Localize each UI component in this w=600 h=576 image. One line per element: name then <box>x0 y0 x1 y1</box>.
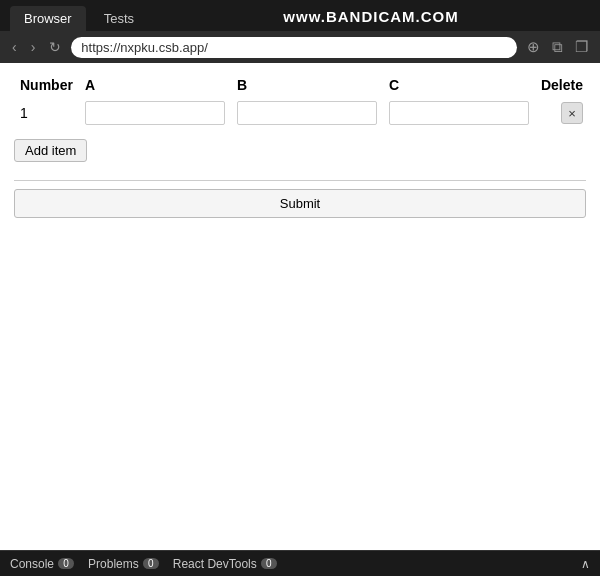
bottom-tab-problems[interactable]: Problems 0 <box>88 555 173 573</box>
console-badge: 0 <box>58 558 74 569</box>
address-input[interactable] <box>71 37 517 58</box>
page-content: Number A B C Delete 1 × <box>0 63 600 550</box>
submit-button[interactable]: Submit <box>14 189 586 218</box>
row-c-input[interactable] <box>389 101 529 125</box>
row-delete-cell: × <box>535 97 589 129</box>
col-b: B <box>231 73 383 97</box>
row-b-input[interactable] <box>237 101 377 125</box>
table-header-row: Number A B C Delete <box>14 73 589 97</box>
extensions-button[interactable]: ⊕ <box>523 36 544 58</box>
row-c-cell <box>383 97 535 129</box>
row-a-input[interactable] <box>85 101 225 125</box>
back-button[interactable]: ‹ <box>8 37 21 57</box>
forward-button[interactable]: › <box>27 37 40 57</box>
devtools-label: React DevTools <box>173 557 257 571</box>
collapse-button[interactable]: ∧ <box>581 557 590 571</box>
bottom-tab-devtools[interactable]: React DevTools 0 <box>173 555 291 573</box>
delete-row-button[interactable]: × <box>561 102 583 124</box>
tab-bar: Browser Tests www.BANDICAM.COM <box>0 0 600 31</box>
tab-browser[interactable]: Browser <box>10 6 86 31</box>
col-c: C <box>383 73 535 97</box>
col-delete: Delete <box>535 73 589 97</box>
devtools-badge: 0 <box>261 558 277 569</box>
refresh-button[interactable]: ↻ <box>45 37 65 57</box>
bottom-tab-console[interactable]: Console 0 <box>10 555 88 573</box>
problems-label: Problems <box>88 557 139 571</box>
problems-badge: 0 <box>143 558 159 569</box>
col-number: Number <box>14 73 79 97</box>
browser-actions: ⊕ ⧉ ❐ <box>523 36 592 58</box>
address-bar-row: ‹ › ↻ ⊕ ⧉ ❐ <box>0 31 600 63</box>
screenshot-button[interactable]: ⧉ <box>548 36 567 58</box>
bottom-bar: Console 0 Problems 0 React DevTools 0 ∧ <box>0 550 600 576</box>
divider <box>14 180 586 181</box>
row-b-cell <box>231 97 383 129</box>
data-table: Number A B C Delete 1 × <box>14 73 589 129</box>
tab-tests[interactable]: Tests <box>90 6 148 31</box>
table-row: 1 × <box>14 97 589 129</box>
fullscreen-button[interactable]: ❐ <box>571 36 592 58</box>
console-label: Console <box>10 557 54 571</box>
row-number: 1 <box>14 97 79 129</box>
browser-chrome: Browser Tests www.BANDICAM.COM ‹ › ↻ ⊕ ⧉… <box>0 0 600 63</box>
row-a-cell <box>79 97 231 129</box>
add-item-button[interactable]: Add item <box>14 139 87 162</box>
watermark: www.BANDICAM.COM <box>152 8 590 29</box>
col-a: A <box>79 73 231 97</box>
